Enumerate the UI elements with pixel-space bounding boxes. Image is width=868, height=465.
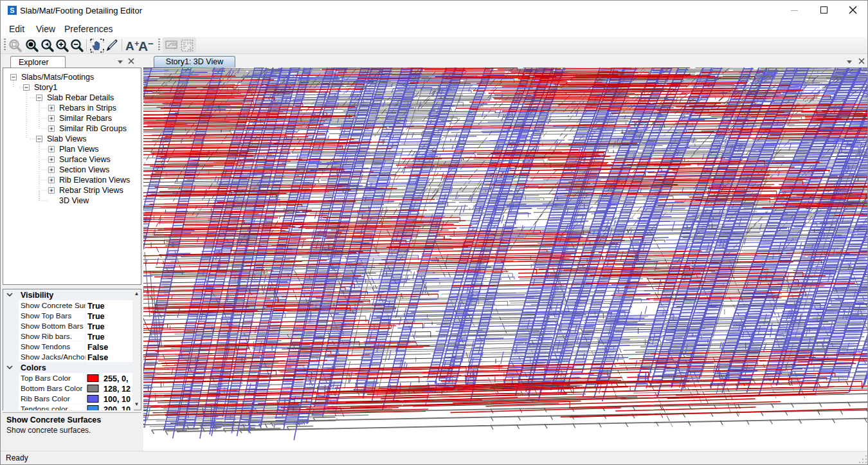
svg-text:True: True [87, 322, 105, 331]
svg-text:True: True [87, 333, 105, 342]
svg-text:Show Concrete Surfa: Show Concrete Surfa [21, 301, 93, 310]
svg-text:Colors: Colors [21, 363, 46, 372]
svg-text:Slab Views: Slab Views [47, 134, 87, 143]
svg-text:Rebars in Strips: Rebars in Strips [59, 104, 116, 113]
svg-text:A: A [125, 39, 134, 53]
svg-text:Tendons color: Tendons color [21, 405, 68, 410]
svg-text:Show Tendons: Show Tendons [21, 342, 70, 351]
svg-text:Visibility: Visibility [21, 291, 53, 300]
svg-text:Story1: Story1 [34, 83, 57, 92]
svg-text:Slabs/Mats/Footings: Slabs/Mats/Footings [21, 73, 94, 82]
svg-text:Section Views: Section Views [59, 165, 109, 174]
svg-text:Show Top Bars: Show Top Bars [21, 311, 71, 320]
svg-text:True: True [87, 312, 105, 321]
svg-text:Rib Elevation Views: Rib Elevation Views [59, 176, 130, 185]
svg-text:Rebar Strip Views: Rebar Strip Views [59, 186, 123, 195]
svg-text:−: − [148, 39, 154, 49]
svg-text:Show Jacks/Anchors: Show Jacks/Anchors [21, 352, 91, 361]
svg-text:Similar Rebars: Similar Rebars [59, 114, 112, 123]
svg-text:Rib Bars Color: Rib Bars Color [21, 394, 70, 403]
svg-text:128, 12: 128, 12 [104, 385, 131, 394]
svg-text:A: A [138, 39, 148, 53]
svg-text:255, 0,: 255, 0, [104, 374, 129, 383]
svg-text:Show Bottom Bars: Show Bottom Bars [21, 322, 84, 331]
svg-text:Plan Views: Plan Views [59, 145, 99, 154]
svg-text:Similar Rib Groups: Similar Rib Groups [59, 124, 127, 133]
svg-text:False: False [87, 343, 108, 352]
svg-text:100, 10: 100, 10 [104, 395, 131, 404]
svg-text:Slab Rebar Details: Slab Rebar Details [47, 93, 114, 102]
svg-text:Bottom Bars Color: Bottom Bars Color [21, 384, 82, 393]
svg-text:False: False [87, 353, 108, 362]
svg-text:True: True [87, 302, 105, 311]
svg-text:Surface Views: Surface Views [59, 155, 111, 164]
svg-text:Show Rib bars.: Show Rib bars. [21, 332, 72, 341]
svg-text:200, 10: 200, 10 [104, 405, 131, 410]
svg-text:3D View: 3D View [59, 196, 89, 205]
svg-text:Top Bars Color: Top Bars Color [21, 374, 71, 383]
